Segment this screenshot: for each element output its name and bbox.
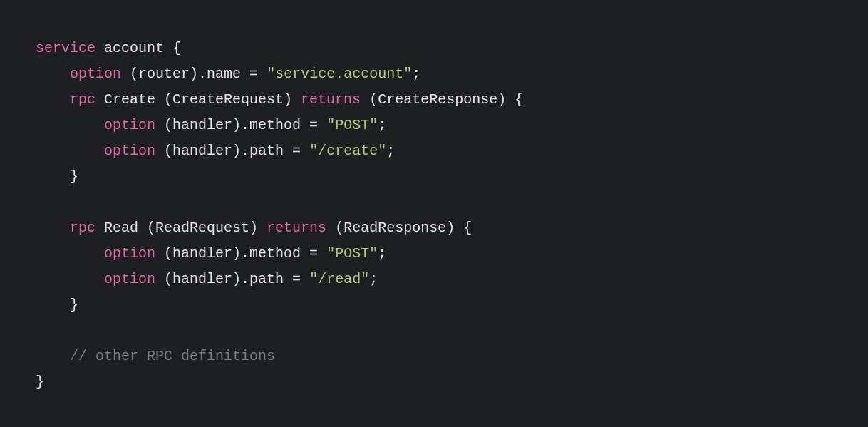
dot: . — [241, 143, 249, 159]
dot: . — [241, 117, 249, 133]
service-name: account — [104, 40, 164, 56]
paren-open: ( — [121, 66, 138, 82]
code-line-8: rpc Read (ReadRequest) returns (ReadResp… — [36, 220, 472, 236]
keyword-service: service — [36, 40, 95, 56]
paren-open: ( — [164, 91, 172, 108]
equals: = — [301, 245, 326, 262]
string-value: "/read" — [309, 271, 369, 287]
property: path — [249, 271, 284, 287]
equals: = — [284, 143, 309, 159]
response-type: CreateResponse — [378, 91, 497, 108]
option-name: router — [138, 66, 190, 82]
paren-open: ( — [155, 117, 172, 133]
code-line-13: // other RPC definitions — [36, 348, 275, 364]
equals: = — [241, 66, 267, 82]
brace-close: } — [70, 297, 78, 313]
paren-open: ( — [155, 143, 172, 159]
paren-close: ) — [232, 245, 241, 262]
paren-close: ) — [284, 91, 301, 108]
semicolon: ; — [369, 271, 378, 287]
dot: . — [198, 66, 207, 82]
option-name: handler — [172, 271, 232, 287]
keyword-option: option — [104, 143, 155, 159]
paren-open: ( — [155, 271, 172, 287]
code-line-10: option (handler).path = "/read"; — [36, 271, 378, 287]
brace-close: } — [70, 168, 78, 185]
option-name: handler — [172, 245, 232, 262]
code-line-2: option (router).name = "service.account"… — [36, 66, 420, 82]
keyword-rpc: rpc — [70, 91, 95, 108]
paren-close: ) — [232, 117, 241, 133]
brace-open: { — [515, 91, 523, 108]
property: name — [207, 66, 241, 82]
brace-close: } — [36, 374, 44, 390]
property: path — [249, 143, 284, 159]
request-type: CreateRequest — [172, 91, 284, 108]
keyword-returns: returns — [301, 91, 361, 108]
response-type: ReadResponse — [343, 220, 446, 236]
option-name: handler — [172, 143, 232, 159]
rpc-name: Read — [95, 220, 147, 236]
brace-open: { — [164, 40, 181, 56]
paren-open: ( — [147, 220, 155, 236]
dot: . — [241, 271, 249, 287]
paren-open: ( — [361, 91, 378, 108]
paren-open: ( — [155, 245, 172, 262]
paren-close: ) — [497, 91, 515, 108]
equals: = — [284, 271, 309, 287]
semicolon: ; — [386, 143, 395, 159]
semicolon: ; — [378, 245, 386, 262]
option-name: handler — [172, 117, 232, 133]
code-line-9: option (handler).method = "POST"; — [36, 245, 386, 262]
paren-open: ( — [326, 220, 343, 236]
equals: = — [301, 117, 326, 133]
paren-close: ) — [190, 66, 198, 82]
dot: . — [241, 245, 249, 262]
paren-close: ) — [249, 220, 267, 236]
property: method — [249, 245, 301, 262]
keyword-option: option — [70, 66, 121, 82]
code-line-14: } — [36, 374, 44, 390]
comment: // other RPC definitions — [70, 348, 275, 364]
keyword-rpc: rpc — [70, 220, 95, 236]
paren-close: ) — [446, 220, 463, 236]
code-line-5: option (handler).path = "/create"; — [36, 143, 395, 159]
keyword-returns: returns — [267, 220, 326, 236]
request-type: ReadRequest — [155, 220, 249, 236]
rpc-name: Create — [95, 91, 164, 108]
code-block: service account { option (router).name =… — [36, 36, 832, 395]
brace-open: { — [463, 220, 472, 236]
string-value: "POST" — [326, 245, 378, 262]
string-value: "service.account" — [267, 66, 412, 82]
keyword-option: option — [104, 117, 155, 133]
string-value: "/create" — [309, 143, 386, 159]
code-line-3: rpc Create (CreateRequest) returns (Crea… — [36, 91, 523, 108]
property: method — [249, 117, 301, 133]
string-value: "POST" — [326, 117, 378, 133]
semicolon: ; — [412, 66, 420, 82]
code-line-4: option (handler).method = "POST"; — [36, 117, 386, 133]
keyword-option: option — [104, 245, 155, 262]
code-line-1: service account { — [36, 40, 181, 56]
paren-close: ) — [232, 143, 241, 159]
code-line-11: } — [36, 297, 78, 313]
paren-close: ) — [232, 271, 241, 287]
code-line-6: } — [36, 168, 78, 185]
keyword-option: option — [104, 271, 155, 287]
semicolon: ; — [378, 117, 386, 133]
